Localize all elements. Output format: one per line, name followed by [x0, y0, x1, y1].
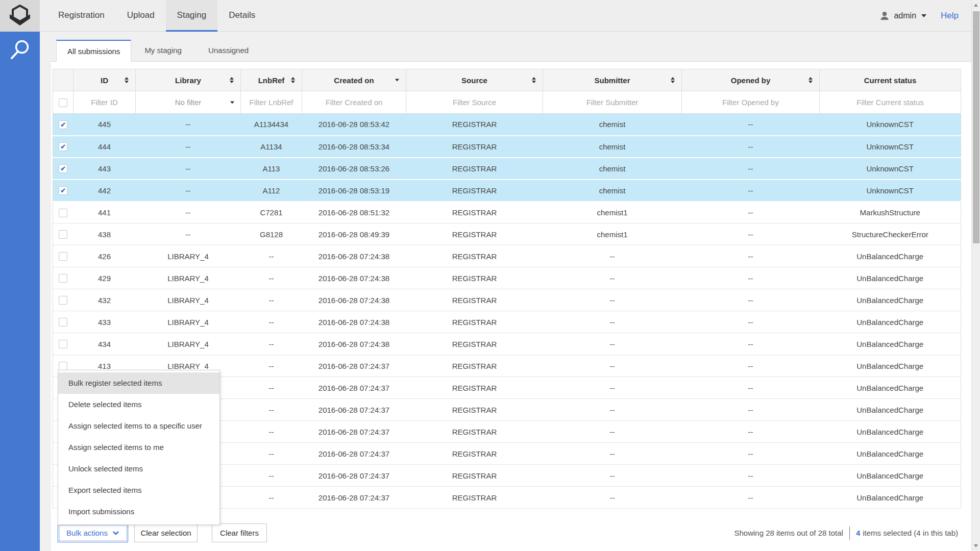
filter-input-filter-source[interactable] [410, 98, 538, 107]
row-checkbox-cell: ✔ [53, 136, 74, 158]
cell-source: REGISTRAR [406, 158, 543, 180]
cell-source: REGISTRAR [406, 267, 543, 289]
filter-cell-0 [74, 91, 136, 114]
chevron-down-icon [921, 14, 926, 17]
table-row[interactable]: ✔445--A11344342016-06-28 08:53:42REGISTR… [53, 114, 961, 136]
row-checkbox[interactable]: ✔ [59, 164, 67, 173]
cell-library: -- [136, 180, 241, 202]
tab-unassigned[interactable]: Unassigned [195, 40, 262, 62]
table-row[interactable]: 432LIBRARY_4--2016-06-28 07:24:38REGISTR… [53, 289, 961, 311]
menu-item-bulk-register-selected-items[interactable]: Bulk register selected items [58, 372, 219, 394]
cell-id: 432 [74, 289, 136, 311]
filter-input-filter-lnbref[interactable] [243, 98, 300, 107]
sort-desc-icon[interactable] [395, 79, 399, 82]
column-header-id[interactable]: ID [74, 69, 136, 91]
column-header-opened-by[interactable]: Opened by [682, 69, 820, 91]
nav-item-staging[interactable]: Staging [166, 0, 218, 32]
nav-item-upload[interactable]: Upload [116, 0, 166, 32]
column-header-current-status[interactable]: Current status [820, 69, 961, 91]
row-checkbox[interactable]: ✔ [59, 142, 67, 151]
cell-source: REGISTRAR [406, 180, 543, 202]
menu-item-unlock-selected-items[interactable]: Unlock selected items [58, 458, 219, 480]
cell-created: 2016-06-28 07:24:37 [302, 421, 406, 443]
sort-both-icon[interactable] [808, 77, 813, 83]
table-row[interactable]: 438--G81282016-06-28 08:49:39REGISTRARch… [53, 223, 961, 245]
vertical-scrollbar[interactable] [971, 0, 980, 551]
nav-item-registration[interactable]: Registration [47, 0, 116, 32]
library-filter-select[interactable]: No filter [136, 98, 240, 107]
menu-item-assign-selected-items-to-me[interactable]: Assign selected items to me [58, 437, 219, 458]
row-checkbox[interactable] [59, 296, 67, 305]
sort-both-icon[interactable] [291, 77, 295, 83]
table-row[interactable]: 434LIBRARY_4--2016-06-28 07:24:38REGISTR… [53, 333, 961, 355]
filter-input-filter-submitter[interactable] [547, 98, 677, 107]
clear-selection-button[interactable]: Clear selection [134, 523, 198, 542]
filter-input-filter-created-on[interactable] [305, 98, 403, 107]
sort-both-icon[interactable] [671, 77, 675, 83]
cell-lnbref: -- [241, 443, 302, 465]
cell-status: UnBalancedCharge [820, 289, 961, 311]
table-row[interactable]: 433LIBRARY_4--2016-06-28 07:24:38REGISTR… [53, 311, 961, 333]
column-header-lnbref[interactable]: LnbRef [241, 69, 302, 91]
cell-submitter: -- [543, 377, 682, 399]
tab-my-staging[interactable]: My staging [131, 40, 195, 62]
scroll-up-arrow-icon[interactable] [974, 4, 978, 7]
column-header-submitter[interactable]: Submitter [543, 69, 682, 91]
column-header-source[interactable]: Source [406, 69, 543, 91]
cell-lnbref: -- [241, 377, 302, 399]
menu-item-delete-selected-items[interactable]: Delete selected items [58, 394, 219, 415]
cell-opened-by: -- [682, 443, 820, 465]
sort-both-icon[interactable] [230, 77, 234, 83]
row-checkbox[interactable]: ✔ [59, 186, 67, 195]
cell-id: 426 [74, 245, 136, 267]
cell-source: REGISTRAR [406, 443, 543, 465]
tab-all-submissions[interactable]: All submissions [56, 40, 131, 62]
user-menu[interactable]: admin [879, 11, 926, 21]
sort-desc-arrow [532, 81, 536, 83]
cell-id: 438 [74, 223, 136, 245]
filter-input-filter-id[interactable] [76, 98, 134, 107]
menu-item-assign-selected-items-to-a-specific-user[interactable]: Assign selected items to a specific user [58, 415, 219, 437]
scroll-down-arrow-icon[interactable] [974, 544, 978, 547]
cell-created: 2016-06-28 08:51:32 [302, 202, 406, 223]
scrollbar-thumb[interactable] [973, 11, 979, 243]
sort-asc-arrow [125, 77, 129, 80]
row-checkbox[interactable] [59, 230, 67, 239]
table-row[interactable]: 426LIBRARY_4--2016-06-28 07:24:38REGISTR… [53, 245, 961, 267]
row-checkbox[interactable] [59, 209, 67, 217]
table-row[interactable]: ✔444--A11342016-06-28 08:53:34REGISTRARc… [53, 136, 961, 158]
compound-registration-logo-icon [8, 4, 32, 28]
help-link[interactable]: Help [941, 11, 959, 21]
cell-library: -- [136, 202, 241, 223]
filter-input-filter-opened-by[interactable] [686, 98, 815, 107]
table-row[interactable]: ✔442--A1122016-06-28 08:53:19REGISTRARch… [53, 180, 961, 202]
app-logo[interactable] [0, 0, 40, 32]
table-row[interactable]: 429LIBRARY_4--2016-06-28 07:24:38REGISTR… [53, 267, 961, 289]
row-checkbox[interactable] [59, 362, 67, 370]
table-row[interactable]: 441--C72812016-06-28 08:51:32REGISTRARch… [53, 202, 961, 223]
select-all-checkbox[interactable] [59, 98, 67, 107]
nav-item-details[interactable]: Details [217, 0, 266, 32]
column-header-library[interactable]: Library [136, 69, 241, 91]
menu-item-import-submissions[interactable]: Import submissions [58, 501, 219, 522]
sort-both-icon[interactable] [532, 77, 536, 83]
menu-item-export-selected-items[interactable]: Export selected items [58, 480, 219, 501]
table-row[interactable]: ✔443--A1132016-06-28 08:53:26REGISTRARch… [53, 158, 961, 180]
clear-filters-button[interactable]: Clear filters [212, 523, 267, 542]
row-checkbox-cell: ✔ [53, 158, 74, 180]
sort-both-icon[interactable] [125, 77, 129, 83]
row-checkbox[interactable] [59, 318, 67, 327]
row-checkbox[interactable]: ✔ [59, 120, 67, 129]
cell-lnbref: -- [241, 267, 302, 289]
bulk-actions-button[interactable]: Bulk actions [58, 523, 128, 542]
row-checkbox[interactable] [59, 274, 67, 283]
cell-status: UnBalancedCharge [820, 355, 961, 377]
cell-lnbref: -- [241, 245, 302, 267]
row-checkbox[interactable] [59, 340, 67, 348]
row-checkbox[interactable] [59, 252, 67, 261]
cell-submitter: chemist [543, 158, 682, 180]
table-header-row: IDLibraryLnbRefCreated onSourceSubmitter… [53, 69, 961, 91]
column-header-created-on[interactable]: Created on [302, 69, 406, 91]
filter-input-filter-current-status[interactable] [824, 98, 956, 107]
search-icon[interactable] [8, 39, 32, 63]
